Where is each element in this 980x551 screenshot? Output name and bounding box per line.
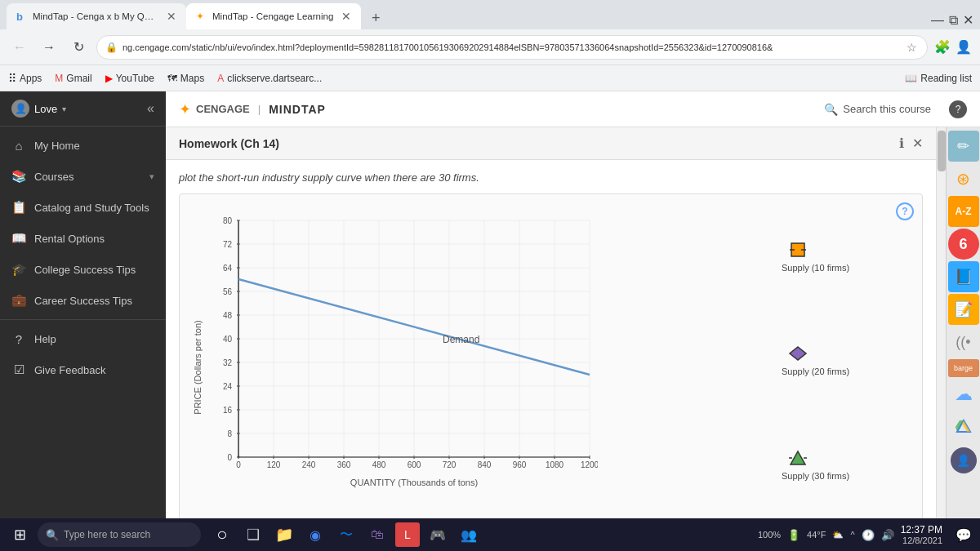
bookmark-apps[interactable]: ⠿ Apps — [8, 72, 42, 85]
sidebar-item-feedback[interactable]: ☑ Give Feedback — [0, 354, 166, 385]
rp-book-button[interactable]: 📘 — [948, 261, 979, 292]
tab-close-1[interactable]: ✕ — [167, 10, 176, 23]
supply-20-icon — [788, 345, 808, 362]
homework-title: Homework (Ch 14) — [179, 137, 279, 150]
rp-note-button[interactable]: 📝 — [948, 294, 979, 325]
sidebar-college-label: College Success Tips — [34, 264, 154, 276]
bookmark-gmail-label: Gmail — [66, 73, 91, 84]
supply-10-icon — [790, 242, 806, 258]
rp-profile-button[interactable]: 👤 — [951, 447, 977, 473]
taskbar-network-icon[interactable]: ⛅ — [832, 530, 844, 540]
extensions-icon[interactable]: 🧩 — [934, 39, 951, 55]
hw-instruction: plot the short-run industry supply curve… — [179, 171, 923, 184]
minimize-button[interactable]: — — [931, 13, 944, 28]
rp-cloud-button[interactable]: ☁ — [948, 379, 979, 410]
taskbar-battery-icon[interactable]: 🔋 — [787, 529, 800, 541]
sidebar-item-catalog[interactable]: 📋 Catalog and Study Tools — [0, 192, 166, 223]
sidebar-catalog-label: Catalog and Study Tools — [34, 202, 154, 214]
taskbar-search[interactable]: 🔍 Type here to search — [38, 522, 201, 547]
gmail-icon: M — [55, 73, 63, 84]
bookmark-star-icon[interactable]: ☆ — [906, 41, 917, 54]
help-icon: ? — [11, 331, 26, 346]
browser-controls: — ⧉ ✕ — [931, 12, 980, 29]
content-right-split: Homework (Ch 14) ℹ ✕ plot the short-run … — [166, 127, 980, 518]
sidebar-item-my-home[interactable]: ⌂ My Home — [0, 130, 166, 161]
mindtap-header: ✦ CENGAGE | MINDTAP 🔍 Search this course… — [166, 91, 980, 127]
content-wrapper: ✦ CENGAGE | MINDTAP 🔍 Search this course… — [166, 91, 980, 518]
sidebar-item-college[interactable]: 🎓 College Success Tips — [0, 254, 166, 285]
taskbar-app-store[interactable]: 🛍 — [364, 522, 390, 548]
sidebar-collapse-button[interactable]: « — [147, 101, 154, 116]
homework-body: plot the short-run industry supply curve… — [166, 160, 936, 518]
taskbar-app-taskview[interactable]: ❑ — [240, 522, 266, 548]
y-tick-80: 80 — [223, 216, 233, 225]
back-button[interactable]: ← — [8, 36, 31, 59]
reading-list-button[interactable]: 📖 Reading list — [905, 73, 972, 84]
x-tick-840: 840 — [478, 460, 492, 469]
taskbar-app-edge[interactable]: 〜 — [333, 522, 359, 548]
x-tick-1080: 1080 — [546, 460, 564, 469]
taskbar-volume-icon[interactable]: 🔊 — [881, 529, 894, 541]
refresh-button[interactable]: ↻ — [67, 36, 90, 59]
taskbar-app-teams[interactable]: 👥 — [456, 522, 482, 548]
y-tick-56: 56 — [223, 287, 233, 296]
sidebar-item-help[interactable]: ? Help — [0, 323, 166, 354]
rp-six-button[interactable]: 6 — [948, 229, 979, 260]
bookmark-maps[interactable]: 🗺 Maps — [167, 73, 204, 84]
x-tick-1200: 1200 — [581, 460, 598, 469]
taskbar-temp: 44°F — [807, 530, 826, 540]
address-field[interactable]: 🔒 ng.cengage.com/static/nb/ui/evo/index.… — [96, 35, 928, 60]
info-icon[interactable]: ℹ — [899, 136, 904, 151]
search-area[interactable]: 🔍 Search this course — [824, 103, 931, 116]
x-tick-720: 720 — [443, 460, 457, 469]
svg-marker-48 — [790, 347, 806, 360]
y-tick-24: 24 — [223, 382, 233, 391]
scrollbar[interactable] — [936, 127, 946, 518]
x-tick-0: 0 — [236, 460, 241, 469]
rp-pencil-button[interactable]: ✏ — [948, 131, 979, 162]
sidebar-item-career[interactable]: 💼 Career Success Tips — [0, 285, 166, 316]
profile-icon[interactable]: 👤 — [956, 39, 972, 55]
taskbar-app-chrome[interactable]: ◉ — [302, 522, 328, 548]
rp-az-button[interactable]: A-Z — [948, 196, 979, 227]
rp-rss-button[interactable]: ⊛ — [948, 163, 979, 194]
bookmark-gmail[interactable]: M Gmail — [55, 73, 91, 84]
taskbar-search-icon: 🔍 — [46, 529, 59, 541]
close-window-button[interactable]: ✕ — [963, 12, 973, 28]
tab-favicon-2: ✦ — [196, 11, 207, 22]
taskbar-app-cortana[interactable]: ○ — [209, 522, 235, 548]
close-panel-icon[interactable]: ✕ — [912, 136, 923, 151]
rp-barge-button[interactable]: barge — [948, 359, 979, 377]
taskbar-app-explorer[interactable]: 📁 — [271, 522, 297, 548]
sidebar: 👤 Love ▾ « ⌂ My Home 📚 Courses ▾ 📋 — [0, 91, 166, 518]
x-tick-600: 600 — [408, 460, 421, 469]
tab-active[interactable]: ✦ MindTap - Cengage Learning ✕ — [186, 3, 361, 29]
rp-wifi-button[interactable]: ((• — [948, 327, 979, 358]
tab-inactive[interactable]: b MindTap - Cenga x b My Questic ✕ — [7, 3, 186, 29]
legend-10-label: Supply (10 firms) — [782, 263, 849, 273]
new-tab-button[interactable]: + — [364, 7, 387, 29]
start-button[interactable]: ⊞ — [5, 520, 34, 549]
bookmark-youtube[interactable]: ▶ YouTube — [105, 73, 154, 84]
notification-button[interactable]: 💬 — [952, 523, 975, 546]
bookmark-dart[interactable]: A clickserve.dartsearc... — [217, 73, 322, 84]
tab-close-2[interactable]: ✕ — [341, 10, 351, 23]
maps-icon: 🗺 — [167, 73, 177, 84]
legend-30-symbol — [782, 448, 814, 468]
forward-button[interactable]: → — [38, 36, 60, 59]
sidebar-item-rental[interactable]: 📖 Rental Options — [0, 223, 166, 254]
homework-header: Homework (Ch 14) ℹ ✕ — [166, 127, 936, 160]
rp-gdrive-button[interactable] — [948, 411, 979, 442]
restore-button[interactable]: ⧉ — [949, 13, 958, 28]
x-tick-960: 960 — [513, 460, 527, 469]
search-icon: 🔍 — [824, 103, 838, 116]
taskbar-app-cengage[interactable]: 🎮 — [425, 522, 451, 548]
help-button[interactable]: ? — [949, 100, 967, 118]
sidebar-user[interactable]: 👤 Love ▾ — [11, 100, 66, 118]
sidebar-item-courses[interactable]: 📚 Courses ▾ — [0, 161, 166, 192]
taskbar-app-l[interactable]: L — [395, 522, 420, 547]
chart-help-button[interactable]: ? — [896, 202, 914, 220]
scroll-thumb[interactable] — [938, 131, 946, 171]
taskbar-expand-tray[interactable]: ^ — [850, 530, 854, 540]
chart-svg-area: PRICE (Dollars per ton) — [189, 204, 773, 517]
